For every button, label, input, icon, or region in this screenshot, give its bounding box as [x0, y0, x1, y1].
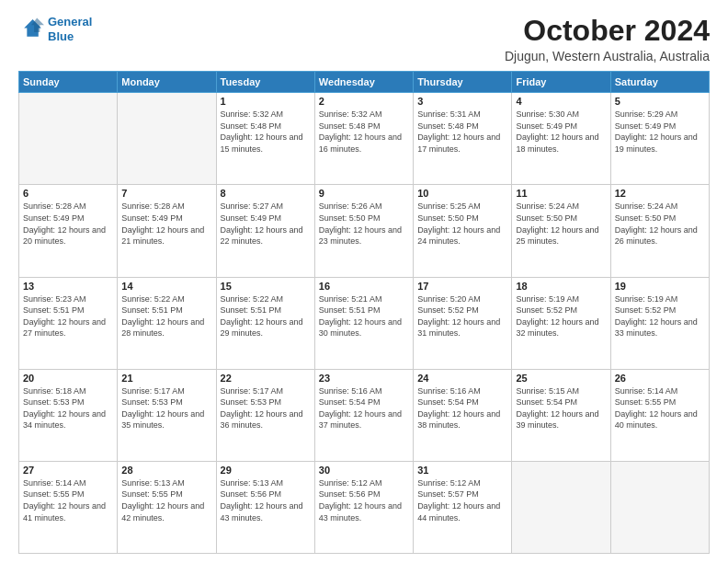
header: General Blue October 2024 Djugun, Wester… — [18, 15, 710, 63]
calendar-cell: 7Sunrise: 5:28 AM Sunset: 5:49 PM Daylig… — [118, 185, 216, 277]
day-info: Sunrise: 5:24 AM Sunset: 5:50 PM Dayligh… — [516, 201, 606, 247]
day-info: Sunrise: 5:27 AM Sunset: 5:49 PM Dayligh… — [221, 201, 311, 247]
calendar-cell — [610, 461, 709, 553]
day-info: Sunrise: 5:14 AM Sunset: 5:55 PM Dayligh… — [615, 385, 705, 431]
title-block: October 2024 Djugun, Western Australia, … — [505, 15, 710, 63]
calendar-cell: 26Sunrise: 5:14 AM Sunset: 5:55 PM Dayli… — [610, 369, 709, 461]
day-number: 21 — [121, 373, 211, 384]
calendar-cell: 16Sunrise: 5:21 AM Sunset: 5:51 PM Dayli… — [314, 277, 413, 369]
calendar-cell: 10Sunrise: 5:25 AM Sunset: 5:50 PM Dayli… — [414, 185, 512, 277]
day-number: 15 — [221, 281, 311, 292]
calendar-cell: 9Sunrise: 5:26 AM Sunset: 5:50 PM Daylig… — [314, 185, 413, 277]
calendar-cell: 15Sunrise: 5:22 AM Sunset: 5:51 PM Dayli… — [216, 277, 314, 369]
calendar-header-row: SundayMondayTuesdayWednesdayThursdayFrid… — [19, 72, 710, 93]
day-number: 17 — [417, 281, 507, 292]
calendar-cell: 31Sunrise: 5:12 AM Sunset: 5:57 PM Dayli… — [414, 461, 512, 553]
calendar-cell — [19, 93, 118, 185]
day-info: Sunrise: 5:20 AM Sunset: 5:52 PM Dayligh… — [417, 293, 507, 339]
calendar-week-5: 27Sunrise: 5:14 AM Sunset: 5:55 PM Dayli… — [19, 461, 710, 553]
calendar-cell: 2Sunrise: 5:32 AM Sunset: 5:48 PM Daylig… — [314, 93, 413, 185]
page: General Blue October 2024 Djugun, Wester… — [0, 0, 728, 563]
day-number: 7 — [121, 188, 211, 199]
day-number: 26 — [615, 373, 705, 384]
day-number: 5 — [615, 96, 705, 107]
calendar-cell — [118, 93, 216, 185]
day-number: 31 — [417, 465, 507, 476]
calendar-cell: 28Sunrise: 5:13 AM Sunset: 5:55 PM Dayli… — [118, 461, 216, 553]
day-info: Sunrise: 5:12 AM Sunset: 5:56 PM Dayligh… — [319, 477, 409, 523]
day-number: 24 — [417, 373, 507, 384]
day-info: Sunrise: 5:23 AM Sunset: 5:51 PM Dayligh… — [23, 293, 113, 339]
day-number: 23 — [319, 373, 409, 384]
logo-text: General Blue — [48, 15, 92, 43]
calendar-cell: 18Sunrise: 5:19 AM Sunset: 5:52 PM Dayli… — [512, 277, 610, 369]
day-info: Sunrise: 5:28 AM Sunset: 5:49 PM Dayligh… — [121, 201, 211, 247]
calendar-header-sunday: Sunday — [19, 72, 118, 93]
day-number: 22 — [221, 373, 311, 384]
day-info: Sunrise: 5:12 AM Sunset: 5:57 PM Dayligh… — [417, 477, 507, 523]
day-info: Sunrise: 5:18 AM Sunset: 5:53 PM Dayligh… — [23, 385, 113, 431]
day-number: 29 — [221, 465, 311, 476]
day-number: 25 — [516, 373, 606, 384]
calendar-cell: 12Sunrise: 5:24 AM Sunset: 5:50 PM Dayli… — [610, 185, 709, 277]
day-number: 13 — [23, 281, 113, 292]
day-info: Sunrise: 5:17 AM Sunset: 5:53 PM Dayligh… — [121, 385, 211, 431]
day-number: 11 — [516, 188, 606, 199]
calendar-header-wednesday: Wednesday — [314, 72, 413, 93]
calendar-week-2: 6Sunrise: 5:28 AM Sunset: 5:49 PM Daylig… — [19, 185, 710, 277]
day-info: Sunrise: 5:19 AM Sunset: 5:52 PM Dayligh… — [615, 293, 705, 339]
calendar-week-1: 1Sunrise: 5:32 AM Sunset: 5:48 PM Daylig… — [19, 93, 710, 185]
logo-icon — [18, 17, 44, 42]
day-number: 19 — [615, 281, 705, 292]
day-number: 12 — [615, 188, 705, 199]
calendar-cell: 17Sunrise: 5:20 AM Sunset: 5:52 PM Dayli… — [414, 277, 512, 369]
calendar-header-tuesday: Tuesday — [216, 72, 314, 93]
day-info: Sunrise: 5:19 AM Sunset: 5:52 PM Dayligh… — [516, 293, 606, 339]
calendar-cell: 22Sunrise: 5:17 AM Sunset: 5:53 PM Dayli… — [216, 369, 314, 461]
day-info: Sunrise: 5:15 AM Sunset: 5:54 PM Dayligh… — [516, 385, 606, 431]
day-number: 30 — [319, 465, 409, 476]
day-info: Sunrise: 5:24 AM Sunset: 5:50 PM Dayligh… — [615, 201, 705, 247]
day-info: Sunrise: 5:21 AM Sunset: 5:51 PM Dayligh… — [319, 293, 409, 339]
day-number: 20 — [23, 373, 113, 384]
day-number: 28 — [121, 465, 211, 476]
day-number: 14 — [121, 281, 211, 292]
calendar-cell: 27Sunrise: 5:14 AM Sunset: 5:55 PM Dayli… — [19, 461, 118, 553]
day-number: 8 — [221, 188, 311, 199]
day-info: Sunrise: 5:17 AM Sunset: 5:53 PM Dayligh… — [221, 385, 311, 431]
day-info: Sunrise: 5:22 AM Sunset: 5:51 PM Dayligh… — [221, 293, 311, 339]
calendar-cell: 20Sunrise: 5:18 AM Sunset: 5:53 PM Dayli… — [19, 369, 118, 461]
day-number: 6 — [23, 188, 113, 199]
day-info: Sunrise: 5:14 AM Sunset: 5:55 PM Dayligh… — [23, 477, 113, 523]
calendar-cell: 11Sunrise: 5:24 AM Sunset: 5:50 PM Dayli… — [512, 185, 610, 277]
calendar-cell: 30Sunrise: 5:12 AM Sunset: 5:56 PM Dayli… — [314, 461, 413, 553]
day-number: 2 — [319, 96, 409, 107]
calendar-cell: 13Sunrise: 5:23 AM Sunset: 5:51 PM Dayli… — [19, 277, 118, 369]
day-info: Sunrise: 5:16 AM Sunset: 5:54 PM Dayligh… — [417, 385, 507, 431]
calendar-cell: 1Sunrise: 5:32 AM Sunset: 5:48 PM Daylig… — [216, 93, 314, 185]
calendar-header-friday: Friday — [512, 72, 610, 93]
calendar-cell: 25Sunrise: 5:15 AM Sunset: 5:54 PM Dayli… — [512, 369, 610, 461]
calendar-cell: 29Sunrise: 5:13 AM Sunset: 5:56 PM Dayli… — [216, 461, 314, 553]
calendar-week-4: 20Sunrise: 5:18 AM Sunset: 5:53 PM Dayli… — [19, 369, 710, 461]
calendar-header-saturday: Saturday — [610, 72, 709, 93]
calendar-cell: 14Sunrise: 5:22 AM Sunset: 5:51 PM Dayli… — [118, 277, 216, 369]
calendar-cell: 6Sunrise: 5:28 AM Sunset: 5:49 PM Daylig… — [19, 185, 118, 277]
day-number: 9 — [319, 188, 409, 199]
day-number: 27 — [23, 465, 113, 476]
calendar-week-3: 13Sunrise: 5:23 AM Sunset: 5:51 PM Dayli… — [19, 277, 710, 369]
calendar-table: SundayMondayTuesdayWednesdayThursdayFrid… — [18, 71, 710, 554]
day-info: Sunrise: 5:32 AM Sunset: 5:48 PM Dayligh… — [221, 109, 311, 155]
day-number: 16 — [319, 281, 409, 292]
day-info: Sunrise: 5:25 AM Sunset: 5:50 PM Dayligh… — [417, 201, 507, 247]
calendar-header-monday: Monday — [118, 72, 216, 93]
day-info: Sunrise: 5:28 AM Sunset: 5:49 PM Dayligh… — [23, 201, 113, 247]
calendar-header-thursday: Thursday — [414, 72, 512, 93]
location: Djugun, Western Australia, Australia — [505, 49, 710, 63]
day-info: Sunrise: 5:26 AM Sunset: 5:50 PM Dayligh… — [319, 201, 409, 247]
calendar-cell: 8Sunrise: 5:27 AM Sunset: 5:49 PM Daylig… — [216, 185, 314, 277]
calendar-cell: 19Sunrise: 5:19 AM Sunset: 5:52 PM Dayli… — [610, 277, 709, 369]
day-number: 1 — [221, 96, 311, 107]
month-title: October 2024 — [505, 15, 710, 47]
calendar-cell: 4Sunrise: 5:30 AM Sunset: 5:49 PM Daylig… — [512, 93, 610, 185]
